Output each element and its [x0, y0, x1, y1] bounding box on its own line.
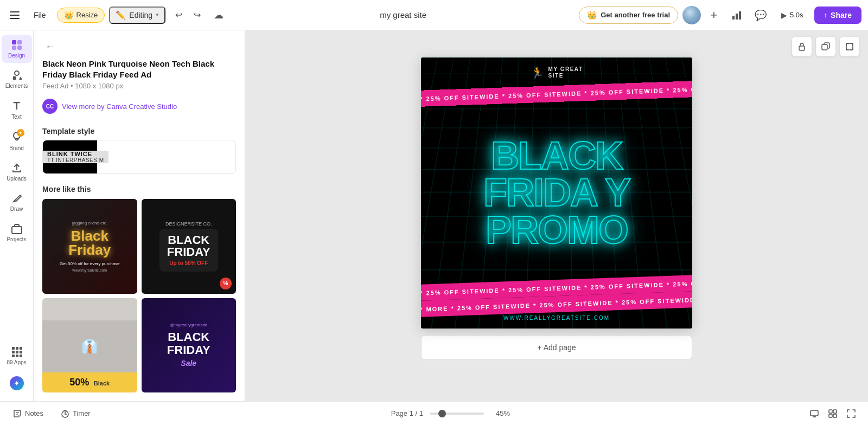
lock-canvas-button[interactable] — [792, 37, 812, 56]
save-cloud-button[interactable]: ☁ — [210, 7, 227, 24]
crown-icon: 👑 — [64, 11, 73, 20]
template-thumb-1[interactable]: giggling cliché etc. BlackFriday Get 50%… — [42, 199, 137, 294]
fullscreen-icon — [847, 409, 856, 418]
add-collaborator-button[interactable]: + — [705, 7, 723, 24]
cc-badge: CC — [42, 99, 58, 114]
zoom-slider[interactable] — [430, 413, 484, 415]
editing-button[interactable]: ✏️ Editing ▾ — [109, 7, 165, 24]
left-panel: ← Black Neon Pink Turquoise Neon Tech Bl… — [34, 30, 245, 401]
svg-rect-3 — [12, 40, 16, 44]
design-logo: 🏃 MY GREATSITE — [531, 66, 583, 79]
svg-rect-18 — [12, 355, 15, 357]
desktop-icon — [810, 409, 819, 418]
tmpl2-top: DESIGNERSITE CO. — [165, 221, 212, 227]
design-card[interactable]: 🏃 MY GREATSITE * 25% OFF SITEWIDE * 25% … — [421, 57, 692, 329]
sidebar-item-draw[interactable]: Draw — [2, 188, 32, 216]
undo-button[interactable]: ↩ — [170, 7, 187, 24]
bottom-right — [806, 405, 859, 422]
resize-button[interactable]: 👑 Resize — [57, 8, 105, 23]
sidebar-item-projects[interactable]: Projects — [2, 218, 32, 247]
projects-label: Projects — [7, 236, 26, 242]
template-thumb-4[interactable]: @myreallygreatsite BLACKFRIDAY Sale — [142, 298, 237, 393]
resize-label: Resize — [76, 11, 98, 19]
top-toolbar: File 👑 Resize ✏️ Editing ▾ ↩ ↪ ☁ my grea… — [0, 0, 868, 30]
timer-label: Timer — [73, 409, 91, 417]
canvas-area: 🏃 MY GREATSITE * 25% OFF SITEWIDE * 25% … — [245, 30, 868, 401]
sidebar-item-elements[interactable]: Elements — [2, 65, 32, 93]
svg-rect-15 — [12, 351, 15, 353]
svg-rect-8 — [13, 76, 16, 80]
tmpl4-tag: @myreallygreatsite — [170, 323, 207, 327]
fullscreen-button[interactable] — [843, 405, 859, 422]
panel-header: ← — [34, 30, 245, 59]
apps-icon — [11, 346, 23, 358]
lock-icon — [797, 42, 806, 51]
svg-rect-17 — [20, 351, 22, 353]
share-button[interactable]: ↑ Share — [814, 7, 861, 24]
desktop-view-button[interactable] — [806, 405, 822, 422]
design-icon — [11, 39, 23, 51]
grid-view-button[interactable] — [825, 405, 841, 422]
play-duration: 5.0s — [790, 11, 803, 19]
chevron-down-icon: ▾ — [156, 11, 159, 18]
panel-creator: CC View more by Canva Creative Studio — [34, 94, 245, 123]
tmpl2-badge: % — [220, 278, 232, 289]
main-area: Design Elements T Text ✦ Brand — [0, 30, 868, 401]
canvas-scroll[interactable]: 🏃 MY GREATSITE * 25% OFF SITEWIDE * 25% … — [245, 30, 868, 401]
sidebar-item-uploads[interactable]: Uploads — [2, 158, 32, 186]
creator-link[interactable]: View more by Canva Creative Studio — [62, 102, 177, 111]
sidebar-item-design[interactable]: Design — [2, 35, 32, 63]
duplicate-canvas-button[interactable] — [816, 37, 835, 56]
design-url: WWW.REALLYGREATSITE.COM — [503, 315, 610, 321]
tmpl1-main: BlackFriday — [68, 229, 111, 257]
user-avatar[interactable] — [682, 6, 701, 24]
sidebar-item-apps[interactable]: 89 Apps — [2, 342, 32, 370]
bar-chart-icon — [732, 10, 742, 20]
svg-rect-23 — [846, 43, 853, 50]
svg-rect-34 — [833, 410, 837, 413]
brand-badge-wrapper: ✦ — [11, 131, 23, 144]
grid-icon — [828, 409, 837, 418]
template-thumb-2[interactable]: DESIGNERSITE CO. BLACKFRIDAY Up to 50% O… — [142, 199, 237, 294]
analytics-button[interactable] — [727, 5, 746, 25]
timer-icon — [61, 409, 69, 418]
hamburger-menu-button[interactable] — [7, 8, 23, 22]
template-thumb-3[interactable]: 👔 50% Black — [42, 298, 137, 393]
sidebar-item-brand[interactable]: ✦ Brand — [2, 126, 32, 156]
undo-redo-group: ↩ ↪ — [170, 7, 206, 24]
svg-rect-35 — [829, 414, 832, 417]
panel-title-section: Black Neon Pink Turquoise Neon Tech Blac… — [34, 59, 245, 94]
comments-button[interactable]: 💬 — [751, 5, 770, 25]
svg-rect-20 — [20, 355, 22, 357]
expand-canvas-button[interactable] — [840, 37, 859, 56]
elements-icon — [11, 69, 23, 81]
svg-rect-0 — [732, 16, 735, 20]
magic-button[interactable]: ✦ — [2, 372, 32, 395]
template-style-card[interactable]: BLINK TWICE TT INTERPHASES M — [42, 140, 236, 174]
sidebar-icons: Design Elements T Text ✦ Brand — [0, 30, 34, 401]
panel-back-button[interactable]: ← — [42, 39, 58, 54]
template-grid: giggling cliché etc. BlackFriday Get 50%… — [34, 199, 245, 401]
panel-subtitle: Feed Ad • 1080 x 1080 px — [42, 82, 236, 90]
toolbar-right: 👑 Get another free trial + 💬 ▶ 5.0s ↑ Sh… — [579, 5, 861, 25]
svg-rect-30 — [810, 410, 818, 416]
notes-label: Notes — [25, 409, 43, 417]
text-label: Text — [11, 114, 21, 120]
projects-icon — [11, 223, 23, 235]
expand-icon — [845, 42, 854, 51]
file-menu-button[interactable]: File — [27, 8, 53, 23]
notes-button[interactable]: Notes — [9, 407, 48, 420]
editing-label: Editing — [129, 11, 152, 20]
template-style-label: Template style — [34, 123, 245, 140]
add-page-button[interactable]: + Add page — [421, 335, 692, 360]
svg-rect-16 — [16, 351, 18, 353]
free-trial-button[interactable]: 👑 Get another free trial — [579, 7, 678, 24]
bottom-bar: Notes Timer Page 1 / 1 45% — [0, 401, 868, 425]
bottom-center: Page 1 / 1 45% — [95, 409, 806, 417]
timer-button[interactable]: Timer — [56, 407, 95, 420]
font2-preview: TT INTERPHASES M — [47, 157, 104, 163]
sidebar-item-text[interactable]: T Text — [2, 95, 32, 124]
redo-button[interactable]: ↪ — [188, 7, 206, 24]
template-style-preview: BLINK TWICE TT INTERPHASES M — [43, 140, 97, 174]
play-button[interactable]: ▶ 5.0s — [775, 8, 810, 23]
